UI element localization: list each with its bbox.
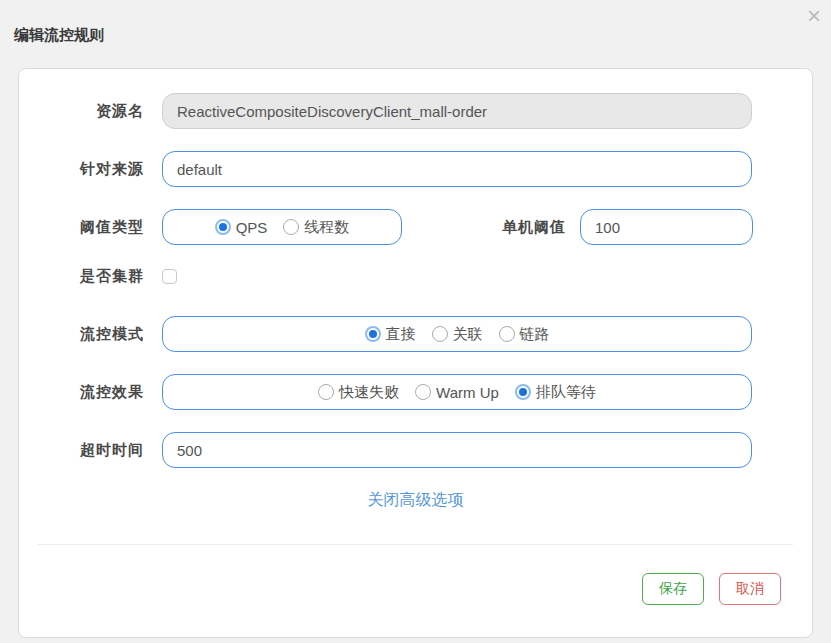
strategy-option-chain-label: 链路: [520, 325, 550, 344]
behavior-option-fail-fast-label: 快速失败: [339, 383, 399, 402]
behavior-row: 流控效果 快速失败 Warm Up 排队等待: [38, 374, 793, 410]
flow-rule-form-panel: 资源名 针对来源 阈值类型 QPS 线程数 单机阈值 是否集群 流控模式: [18, 68, 813, 638]
radio-unselected-icon[interactable]: [318, 384, 334, 400]
resource-row: 资源名: [38, 93, 793, 129]
radio-unselected-icon[interactable]: [415, 384, 431, 400]
strategy-option-relate[interactable]: 关联: [432, 325, 483, 344]
strategy-label: 流控模式: [38, 325, 144, 344]
save-button[interactable]: 保存: [642, 573, 704, 605]
timeout-input[interactable]: [162, 432, 752, 468]
dialog-title: 编辑流控规则: [14, 26, 104, 45]
cancel-button[interactable]: 取消: [719, 573, 781, 605]
radio-unselected-icon[interactable]: [432, 326, 448, 342]
resource-input: [162, 93, 752, 129]
limit-app-input[interactable]: [162, 151, 752, 187]
timeout-label: 超时时间: [38, 441, 144, 460]
radio-unselected-icon[interactable]: [283, 219, 299, 235]
strategy-option-direct-label: 直接: [386, 325, 416, 344]
radio-unselected-icon[interactable]: [499, 326, 515, 342]
cluster-checkbox[interactable]: [162, 269, 177, 284]
advanced-toggle-link[interactable]: 关闭高级选项: [368, 491, 464, 508]
strategy-option-relate-label: 关联: [453, 325, 483, 344]
strategy-option-chain[interactable]: 链路: [499, 325, 550, 344]
limit-app-row: 针对来源: [38, 151, 793, 187]
behavior-option-warm-up[interactable]: Warm Up: [415, 384, 499, 401]
radio-selected-icon[interactable]: [215, 219, 231, 235]
strategy-radio-group: 直接 关联 链路: [162, 316, 752, 352]
strategy-row: 流控模式 直接 关联 链路: [38, 316, 793, 352]
radio-selected-icon[interactable]: [365, 326, 381, 342]
count-label: 单机阈值: [502, 218, 566, 237]
count-input[interactable]: [580, 209, 753, 245]
grade-option-thread-label: 线程数: [304, 218, 349, 237]
cluster-row: 是否集群: [38, 267, 793, 286]
limit-app-label: 针对来源: [38, 160, 144, 179]
behavior-option-queue-label: 排队等待: [536, 383, 596, 402]
grade-row: 阈值类型 QPS 线程数 单机阈值: [38, 209, 793, 245]
footer: 保存 取消: [38, 573, 793, 605]
strategy-option-direct[interactable]: 直接: [365, 325, 416, 344]
behavior-option-warm-up-label: Warm Up: [436, 384, 499, 401]
footer-divider: [38, 544, 793, 545]
grade-radio-group: QPS 线程数: [162, 209, 402, 245]
advanced-toggle-row: 关闭高级选项: [38, 490, 793, 511]
behavior-radio-group: 快速失败 Warm Up 排队等待: [162, 374, 752, 410]
close-icon[interactable]: ×: [807, 2, 821, 30]
grade-option-qps[interactable]: QPS: [215, 219, 268, 236]
behavior-label: 流控效果: [38, 383, 144, 402]
behavior-option-queue[interactable]: 排队等待: [515, 383, 596, 402]
grade-option-thread[interactable]: 线程数: [283, 218, 349, 237]
cluster-label: 是否集群: [38, 267, 144, 286]
behavior-option-fail-fast[interactable]: 快速失败: [318, 383, 399, 402]
timeout-row: 超时时间: [38, 432, 793, 468]
grade-option-qps-label: QPS: [236, 219, 268, 236]
resource-label: 资源名: [38, 102, 144, 121]
grade-label: 阈值类型: [38, 218, 144, 237]
radio-selected-icon[interactable]: [515, 384, 531, 400]
